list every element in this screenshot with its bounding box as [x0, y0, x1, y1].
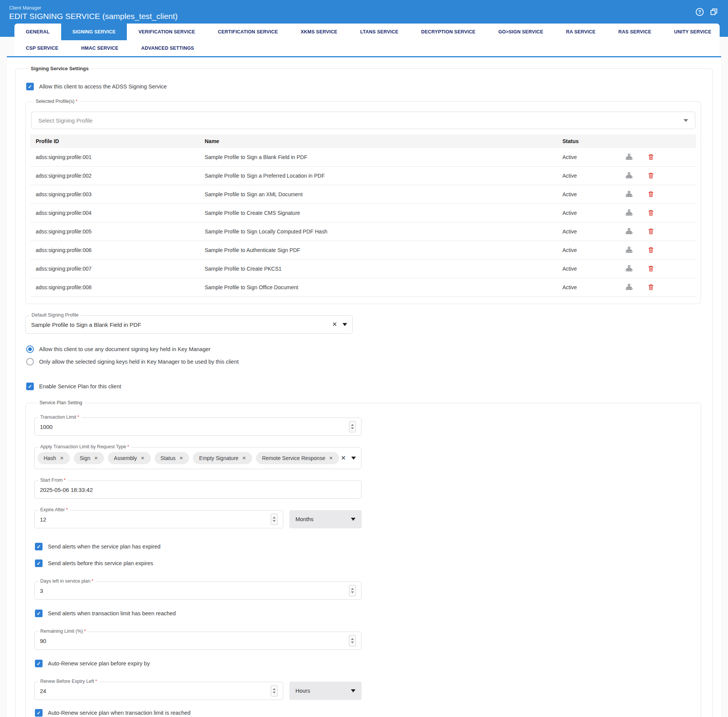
profile-name-cell: Sample Profile to Create CMS Signature [199, 204, 557, 222]
tab[interactable]: VERIFICATION SERVICE [127, 24, 206, 40]
dropdown-caret-icon[interactable] [343, 323, 347, 326]
days-left-input[interactable] [40, 588, 349, 594]
radio-label: Allow this client to use any document si… [39, 346, 210, 352]
tab[interactable]: GO>SIGN SERVICE [487, 24, 554, 40]
request-type-chip[interactable]: Sign ✕ [74, 452, 104, 464]
default-signing-profile-select[interactable]: Default Signing Profile ✕ [25, 315, 353, 334]
request-type-chip[interactable]: Assembly ✕ [108, 452, 151, 464]
col-profile-id: Profile ID [30, 134, 199, 148]
auto-renew-limit-checkbox[interactable]: ✓ [35, 709, 43, 717]
tab[interactable]: LTANS SERVICE [349, 24, 410, 40]
tab[interactable]: RA SERVICE [555, 24, 607, 40]
radio-button[interactable] [26, 345, 34, 353]
profile-name-cell: Sample Profile to Create PKCS1 [199, 260, 557, 278]
delete-icon[interactable] [647, 227, 655, 236]
delete-icon[interactable] [647, 246, 655, 254]
default-signing-profile-value[interactable] [31, 321, 332, 328]
auto-renew-expiry-checkbox[interactable]: ✓ [35, 660, 43, 667]
chip-remove-icon[interactable]: ✕ [329, 455, 333, 461]
profile-status-cell: Active [557, 260, 618, 278]
profile-status-cell: Active [557, 185, 618, 204]
number-stepper[interactable] [271, 514, 278, 525]
expire-after-unit-select[interactable]: Months [289, 510, 362, 528]
start-from-input[interactable] [40, 487, 356, 493]
sitemap-icon[interactable] [625, 208, 633, 217]
tab[interactable]: XKMS SERVICE [289, 24, 349, 40]
chip-remove-icon[interactable]: ✕ [242, 455, 246, 461]
number-stepper[interactable] [271, 685, 278, 697]
profile-name-cell: Sample Profile to Sign Locally Computed … [199, 222, 557, 241]
expire-after-input[interactable] [40, 516, 271, 523]
delete-icon[interactable] [647, 283, 655, 292]
delete-icon[interactable] [647, 190, 655, 199]
number-stepper[interactable] [349, 585, 356, 596]
profile-id-cell: adss:signing:profile:008 [30, 278, 199, 297]
help-icon[interactable]: ? [696, 8, 704, 16]
duplicate-icon[interactable] [710, 8, 718, 16]
delete-icon[interactable] [647, 171, 655, 180]
tab[interactable]: RAS SERVICE [607, 24, 663, 40]
renew-before-expiry-input[interactable] [40, 688, 271, 694]
app-title: Client Manager [9, 5, 178, 11]
col-status: Status [557, 134, 618, 148]
clear-icon[interactable]: ✕ [332, 321, 337, 328]
clear-icon[interactable]: ✕ [341, 455, 346, 461]
delete-icon[interactable] [647, 153, 655, 161]
tab[interactable]: CSP SERVICE [14, 40, 70, 56]
sitemap-icon[interactable] [625, 227, 633, 236]
profile-id-cell: adss:signing:profile:005 [30, 222, 199, 241]
tab[interactable]: SIGNING SERVICE [61, 24, 127, 40]
radio-button[interactable] [26, 358, 34, 366]
request-type-chip[interactable]: Hash ✕ [38, 452, 70, 464]
request-type-multiselect[interactable]: Apply Transaction Limit by Request Type*… [34, 447, 362, 469]
chip-remove-icon[interactable]: ✕ [141, 455, 145, 461]
signing-profile-placeholder: Select Signing Profile [38, 117, 684, 124]
delete-icon[interactable] [647, 264, 655, 273]
signing-profile-select[interactable]: Select Signing Profile [31, 112, 695, 129]
enable-service-plan-checkbox[interactable]: ✓ [26, 383, 34, 390]
signing-key-radio-row: Allow this client to use any document si… [26, 345, 700, 353]
alert-expired-checkbox[interactable]: ✓ [35, 543, 43, 550]
tab[interactable]: GENERAL [14, 24, 61, 40]
sitemap-icon[interactable] [625, 153, 633, 161]
alert-before-label: Send alerts before this service plan exp… [48, 560, 153, 566]
profile-id-cell: adss:signing:profile:002 [30, 167, 199, 185]
profile-name-cell: Sample Profile to Sign a Preferred Locat… [199, 167, 557, 185]
chip-remove-icon[interactable]: ✕ [94, 455, 98, 461]
alert-before-checkbox[interactable]: ✓ [35, 559, 43, 567]
profile-status-cell: Active [557, 222, 618, 241]
allow-access-checkbox[interactable]: ✓ [26, 83, 34, 90]
sitemap-icon[interactable] [625, 246, 633, 254]
chip-remove-icon[interactable]: ✕ [60, 455, 64, 461]
transaction-limit-input[interactable] [40, 424, 349, 430]
dropdown-caret-icon [351, 518, 355, 521]
request-type-chip[interactable]: Remote Service Response ✕ [256, 452, 339, 464]
sitemap-icon[interactable] [625, 190, 633, 199]
tab[interactable]: CERTIFICATION SERVICE [207, 24, 289, 40]
delete-icon[interactable] [647, 208, 655, 217]
request-type-chip[interactable]: Status ✕ [155, 452, 190, 464]
renew-before-unit-value: Hours [295, 688, 310, 694]
sitemap-icon[interactable] [625, 171, 633, 180]
number-stepper[interactable] [349, 421, 356, 432]
sitemap-icon[interactable] [625, 283, 633, 292]
alert-limit-checkbox[interactable]: ✓ [35, 610, 43, 617]
tab[interactable]: UNITY SERVICE [663, 24, 720, 40]
number-stepper[interactable] [349, 635, 356, 646]
tab[interactable]: ADVANCED SETTINGS [130, 40, 205, 56]
default-signing-profile-label: Default Signing Profile [32, 312, 79, 318]
tab[interactable]: HMAC SERVICE [70, 40, 130, 56]
chip-label: Remote Service Response [262, 455, 325, 461]
auto-renew-expiry-label: Auto-Renew service plan before expiry by [48, 660, 150, 667]
request-type-chip[interactable]: Empty Signature ✕ [193, 452, 252, 464]
chevron-down-icon[interactable] [684, 119, 688, 122]
renew-before-unit-select[interactable]: Hours [289, 682, 362, 700]
remaining-limit-input[interactable] [40, 638, 349, 644]
chip-remove-icon[interactable]: ✕ [179, 455, 183, 461]
table-row: adss:signing:profile:007 Sample Profile … [30, 260, 696, 278]
tab[interactable]: DECRYPTION SERVICE [410, 24, 487, 40]
dropdown-caret-icon[interactable] [351, 457, 356, 460]
sitemap-icon[interactable] [625, 264, 633, 273]
chip-label: Hash [44, 455, 56, 461]
radio-label: Only allow the selected signing keys hel… [39, 359, 239, 365]
